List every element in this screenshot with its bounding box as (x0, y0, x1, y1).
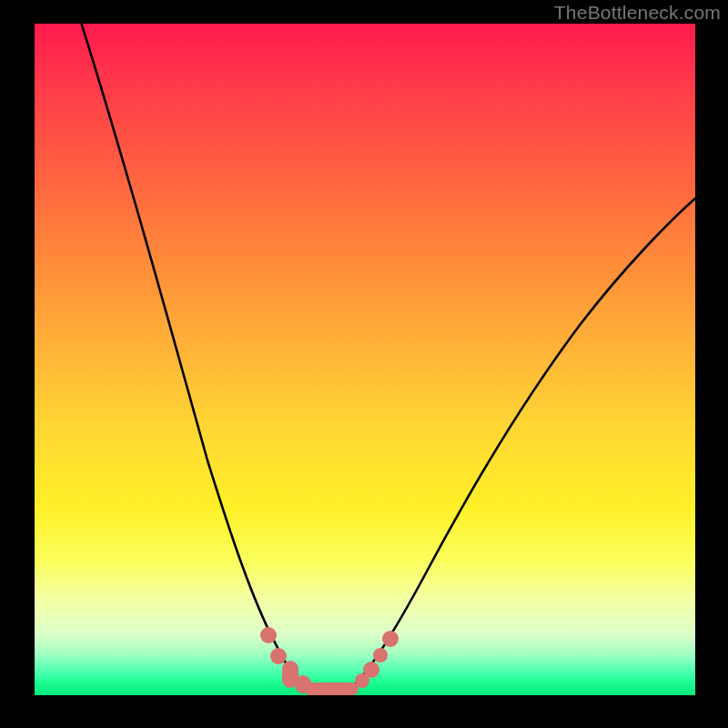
data-marker (260, 627, 277, 643)
data-marker (382, 631, 399, 647)
data-marker-run (304, 682, 359, 695)
bottleneck-curve (35, 24, 695, 695)
marker-group (260, 627, 399, 695)
data-marker (270, 648, 287, 664)
data-marker (373, 648, 388, 662)
watermark-text: TheBottleneck.com (554, 2, 721, 24)
plot-area (35, 24, 695, 695)
curve-right-branch (355, 198, 695, 684)
curve-left-branch (73, 24, 300, 684)
data-marker (363, 662, 379, 678)
chart-frame: TheBottleneck.com (0, 0, 728, 728)
